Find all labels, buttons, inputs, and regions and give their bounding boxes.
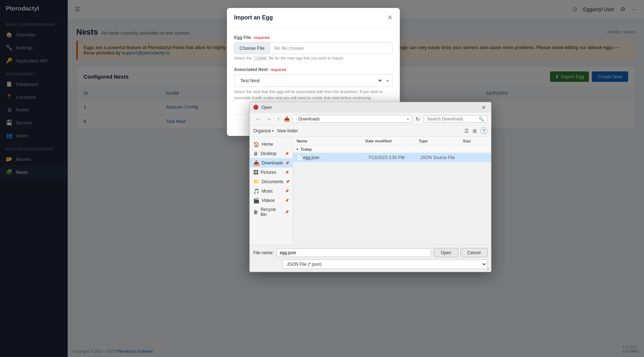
file-dialog-body: 🏠 Home 🖥 Desktop 📌📥 Downloads 📌🖼 Picture…: [250, 137, 491, 245]
pin-icon: 📌: [285, 189, 289, 193]
fd-view-tiles-button[interactable]: ⊞: [473, 128, 477, 134]
associated-nest-label: Associated Nest required: [234, 67, 393, 72]
required-badge-2: required: [270, 67, 286, 72]
fd-filename-input[interactable]: [276, 248, 431, 257]
fd-sidebar: 🏠 Home 🖥 Desktop 📌📥 Downloads 📌🖼 Picture…: [250, 137, 293, 245]
fd-filetype-select[interactable]: JSON File (*.json): [282, 260, 487, 269]
fd-file-date: 7/13/2023 3:55 PM: [365, 153, 417, 162]
col-type: Type: [415, 138, 459, 144]
fd-cancel-button[interactable]: Cancel: [460, 248, 487, 257]
fd-sidebar-label: Videos: [261, 198, 274, 203]
modal-close-button[interactable]: ✕: [387, 14, 393, 22]
sidebar-folder-icon: 🗑: [253, 209, 258, 215]
fd-path-dropdown-icon[interactable]: ▾: [407, 117, 409, 121]
fd-sidebar-item-videos[interactable]: 🎬 Videos 📌: [250, 196, 292, 205]
sidebar-folder-icon: 🎵: [253, 188, 259, 194]
fd-group-today: ▾ Today: [293, 146, 491, 153]
fd-sidebar-item-documents[interactable]: 📁 Documents 📌: [250, 177, 292, 186]
fd-app-logo: [253, 105, 258, 110]
nest-description: Select the nest that this egg will be as…: [234, 89, 393, 101]
file-input-row: Choose File No file chosen: [234, 42, 393, 54]
modal-title: Import an Egg: [234, 14, 273, 21]
file-dialog-toolbar: ← → ↑ 📥 › Downloads ▾ ↻ 🔍: [250, 113, 491, 125]
fd-new-folder-button[interactable]: New folder: [277, 128, 298, 133]
col-size: Size: [459, 138, 491, 144]
file-dialog-footer: File name: Open Cancel JSON File (*.json…: [250, 245, 491, 272]
required-badge: required: [254, 35, 269, 40]
fd-path-breadcrumb[interactable]: › Downloads ▾: [292, 115, 412, 123]
fd-sidebar-item-home[interactable]: 🏠 Home: [250, 140, 292, 149]
pin-icon: 📌: [285, 152, 289, 155]
fd-sidebar-item-music[interactable]: 🎵 Music 📌: [250, 186, 292, 196]
chevron-down-icon: ▾: [383, 75, 392, 86]
egg-file-label: Egg File required: [234, 35, 393, 40]
fd-file-row[interactable]: 📄 egg.json 7/13/2023 3:55 PM JSON Source…: [293, 153, 491, 162]
fd-sidebar-item-recycle-bin[interactable]: 🗑 Recycle Bin 📌: [250, 205, 292, 219]
fd-sidebar-item-desktop[interactable]: 🖥 Desktop 📌: [250, 149, 292, 158]
sidebar-folder-icon: 📁: [253, 179, 259, 185]
fd-organize-button[interactable]: Organize ▾: [253, 128, 274, 133]
fd-help-button[interactable]: ?: [480, 127, 488, 135]
sidebar-folder-icon: 📥: [253, 160, 259, 166]
fd-sidebar-item-downloads[interactable]: 📥 Downloads 📌: [250, 158, 292, 168]
search-icon: 🔍: [479, 116, 484, 122]
group-chevron-icon: ▾: [296, 147, 298, 151]
pin-icon: 📌: [285, 171, 289, 174]
fd-footer-buttons: Open Cancel: [434, 248, 488, 257]
fd-group-label: Today: [300, 147, 312, 151]
fd-download-icon: 📥: [284, 116, 290, 122]
fd-footer-row2: JSON File (*.json): [253, 260, 487, 269]
fd-sidebar-label: Home: [261, 142, 273, 147]
modal-body: Egg File required Choose File No file ch…: [227, 28, 400, 114]
fd-open-button[interactable]: Open: [434, 248, 458, 257]
fd-file-rows: 📄 egg.json 7/13/2023 3:55 PM JSON Source…: [293, 153, 491, 162]
sidebar-folder-icon: 🖥: [253, 151, 258, 157]
organize-chevron-icon: ▾: [272, 129, 274, 133]
fd-file-size: [460, 156, 491, 159]
file-hint: Select the .json file for the new egg th…: [234, 56, 393, 61]
fd-file-type: JSON Source File: [417, 153, 460, 162]
fd-refresh-button[interactable]: ↻: [413, 115, 422, 123]
file-open-dialog: Open ✕ ← → ↑ 📥 › Downloads ▾ ↻ 🔍 Organiz…: [249, 102, 491, 272]
fd-col-headers: Name Date modified Type Size: [293, 137, 491, 146]
fd-filename-label: File name:: [253, 250, 273, 255]
fd-sidebar-label: Downloads: [261, 160, 283, 166]
fd-resize-handle[interactable]: ⊿: [486, 266, 489, 271]
col-date: Date modified: [362, 138, 415, 144]
file-hint-code: .json: [253, 56, 268, 61]
fd-file-name: egg.json: [301, 153, 365, 162]
file-name-display: No file chosen: [270, 43, 392, 54]
fd-view-details-button[interactable]: ☰: [464, 128, 469, 134]
fd-action-bar: Organize ▾ New folder ☰ ⊞ ?: [250, 125, 491, 137]
fd-path-text: Downloads: [298, 116, 406, 122]
fd-sidebar-label: Documents: [261, 179, 283, 184]
modal-header: Import an Egg ✕: [227, 8, 400, 28]
modal-overlay[interactable]: Import an Egg ✕ Egg File required Choose…: [0, 0, 644, 357]
fd-up-button[interactable]: ↑: [275, 115, 282, 123]
pin-icon: 📌: [286, 180, 290, 184]
fd-footer-row1: File name: Open Cancel: [253, 248, 487, 257]
sidebar-folder-icon: 🖼: [253, 169, 258, 175]
search-input[interactable]: [427, 116, 477, 122]
sidebar-folder-icon: 🏠: [253, 141, 259, 147]
fd-main: Name Date modified Type Size ▾ Today 📄 e…: [293, 137, 491, 245]
fd-back-button[interactable]: ←: [253, 115, 263, 123]
pin-icon: 📌: [285, 210, 289, 214]
fd-sidebar-label: Music: [261, 189, 273, 194]
fd-close-button[interactable]: ✕: [480, 105, 487, 110]
choose-file-button[interactable]: Choose File: [234, 43, 270, 54]
file-dialog-titlebar: Open ✕: [250, 102, 491, 113]
associated-nest-group: Associated Nest required Test Nest ▾ Sel…: [234, 67, 393, 101]
fd-sidebar-item-pictures[interactable]: 🖼 Pictures 📌: [250, 168, 292, 177]
pin-icon: 📌: [285, 161, 289, 165]
fd-sidebar-label: Recycle Bin: [260, 207, 283, 217]
fd-file-list: ▾ Today 📄 egg.json 7/13/2023 3:55 PM JSO…: [293, 146, 491, 245]
fd-path-chevron: ›: [295, 116, 297, 122]
fd-search-box[interactable]: 🔍: [424, 115, 487, 123]
fd-forward-button[interactable]: →: [264, 115, 273, 123]
fd-sidebar-label: Desktop: [260, 151, 276, 156]
nest-select-row[interactable]: Test Nest ▾: [234, 74, 393, 87]
fd-sidebar-label: Pictures: [260, 170, 276, 175]
nest-select[interactable]: Test Nest: [234, 75, 383, 87]
file-icon: 📄: [293, 153, 301, 162]
